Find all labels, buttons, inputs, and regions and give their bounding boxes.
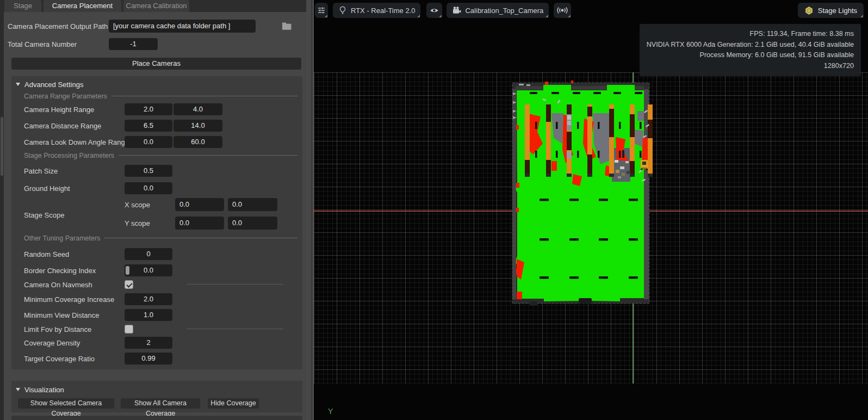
process-memory-line: Process Memory: 6.0 GiB used, 91.5 GiB a…	[647, 50, 854, 61]
group-rule	[111, 96, 297, 96]
camera-height-max-field[interactable]: 4.0	[173, 103, 222, 115]
tab-label: Camera Calibration	[126, 2, 187, 10]
stage-coverage-map	[510, 79, 654, 307]
renderer-selector-button[interactable]: RTX - Real-Time 2.0	[333, 3, 420, 18]
limit-fov-label: Limit Fov by Distance	[24, 325, 91, 333]
target-coverage-ratio-label: Target Coverage Ratio	[24, 355, 95, 363]
output-path-value: [your camera cache data folder path ]	[113, 22, 230, 30]
stage-lights-label: Stage Lights	[818, 7, 857, 15]
tab-camera-placement[interactable]: Camera Placement	[44, 0, 121, 12]
viewport-canvas[interactable]: RTX - Real-Time 2.0 Calibration_Top_Came…	[314, 0, 868, 420]
camera-on-navmesh-checkbox[interactable]	[125, 280, 133, 289]
dropdown-corner	[417, 15, 420, 17]
dropdown-corner	[860, 15, 863, 17]
button-label: Place Cameras	[132, 59, 181, 67]
gpu-memory-line: NVIDIA RTX 6000 Ada Generation: 2.1 GiB …	[647, 40, 854, 51]
show-all-coverage-button[interactable]: Show All Camera Coverage	[121, 398, 200, 409]
group-rule	[119, 155, 297, 156]
output-path-label: Camera Placement Output Path	[8, 22, 108, 30]
coverage-density-field[interactable]: 2	[125, 337, 172, 349]
camera-on-navmesh-label: Camera On Navmesh	[24, 281, 92, 289]
viewport-settings-button[interactable]	[315, 3, 328, 18]
forklift	[641, 160, 648, 170]
camera-placement-panel: Stage Camera Placement Camera Calibratio…	[4, 0, 306, 420]
hide-coverage-button[interactable]: Hide Coverage	[208, 398, 259, 409]
patch-size-field[interactable]: 0.5	[125, 165, 172, 177]
advanced-settings-header[interactable]: Advanced Settings	[16, 80, 83, 89]
stage-lights-icon	[804, 6, 814, 15]
tab-stage[interactable]: Stage	[4, 0, 41, 12]
slider-handle[interactable]	[126, 266, 129, 275]
axis-gizmo-y-label: Y	[328, 407, 333, 416]
border-checking-field[interactable]: 0.0	[125, 264, 172, 276]
output-path-input[interactable]: [your camera cache data folder path ]	[109, 20, 256, 33]
field-value: 0.0	[232, 219, 242, 227]
look-down-min-field[interactable]: 0.0	[125, 136, 172, 148]
field-value: 0.5	[144, 166, 153, 175]
patch-size-label: Patch Size	[24, 167, 58, 175]
stage-scope-label: Stage Scope	[24, 211, 64, 219]
window-left-edge	[0, 0, 4, 420]
field-value: 60.0	[191, 138, 204, 146]
panel-splitter[interactable]	[306, 0, 314, 420]
camera-height-range-label: Camera Height Range	[24, 106, 94, 114]
look-down-max-field[interactable]: 60.0	[173, 136, 222, 148]
camera-look-down-label: Camera Look Down Angle Range	[24, 138, 129, 146]
advanced-settings-section: Advanced Settings Camera Range Parameter…	[11, 76, 302, 369]
x-scope-min-field[interactable]: 0.0	[175, 198, 224, 211]
eye-icon	[430, 6, 439, 15]
show-selected-coverage-button[interactable]: Show Selected Camera Coverage	[18, 398, 114, 409]
ground-height-field[interactable]: 0.0	[125, 182, 172, 194]
visualization-section: Visualization Show Selected Camera Cover…	[11, 381, 302, 412]
total-camera-input[interactable]: -1	[109, 38, 158, 50]
field-value: 0.0	[179, 200, 189, 208]
min-coverage-increase-field[interactable]: 2.0	[125, 293, 172, 305]
camera-range-group-header: Camera Range Parameters	[24, 92, 297, 100]
min-view-distance-field[interactable]: 1.0	[125, 309, 172, 321]
border-checking-label: Border Checking Index	[24, 267, 96, 275]
place-cameras-button[interactable]: Place Cameras	[11, 58, 301, 70]
y-scope-max-field[interactable]: 0.0	[228, 217, 277, 230]
camera-distance-min-field[interactable]: 6.5	[125, 120, 172, 132]
other-tuning-group-header: Other Tuning Parameters	[24, 234, 297, 242]
row-divider	[187, 284, 283, 285]
section-title: Advanced Settings	[24, 81, 83, 89]
x-scope-max-field[interactable]: 0.0	[228, 198, 277, 211]
dropdown-corner	[568, 15, 571, 17]
settings-sliders-icon	[317, 6, 326, 15]
lightbulb-icon	[338, 6, 347, 15]
field-value: 2	[146, 338, 150, 347]
limit-fov-checkbox[interactable]	[125, 325, 133, 333]
collapse-triangle-icon	[16, 388, 20, 391]
button-label: Show Selected Camera Coverage	[30, 399, 102, 417]
stage-lights-button[interactable]: Stage Lights	[798, 3, 864, 18]
panel-scrollbar-thumb[interactable]	[1, 117, 3, 176]
y-scope-min-field[interactable]: 0.0	[175, 217, 224, 230]
dropdown-corner	[545, 15, 548, 17]
field-value: 1.0	[144, 311, 153, 319]
random-seed-field[interactable]: 0	[125, 248, 172, 260]
camera-distance-range-label: Camera Distance Range	[24, 122, 101, 130]
button-label: Show All Camera Coverage	[134, 399, 187, 417]
folder-icon[interactable]	[282, 21, 292, 30]
collapse-triangle-icon	[16, 83, 20, 86]
camera-height-min-field[interactable]: 2.0	[125, 103, 172, 115]
x-scope-label: X scope	[125, 201, 150, 209]
application-window: Stage Camera Placement Camera Calibratio…	[0, 0, 868, 420]
target-coverage-ratio-field[interactable]: 0.99	[125, 353, 172, 365]
camera-selector-button[interactable]: Calibration_Top_Camera	[447, 3, 549, 18]
stage-processing-group-header: Stage Processing Parameters	[24, 151, 297, 159]
min-view-distance-label: Minimum View Distance	[24, 311, 99, 319]
field-value: 0.99	[141, 354, 155, 362]
button-label: Hide Coverage	[210, 399, 256, 407]
tab-bar: Stage Camera Placement Camera Calibratio…	[4, 0, 306, 12]
camera-distance-max-field[interactable]: 14.0	[173, 120, 222, 132]
performance-stats-overlay: FPS: 119.34, Frame time: 8.38 ms NVIDIA …	[640, 24, 861, 76]
total-camera-value: -1	[130, 40, 137, 48]
live-sync-button[interactable]	[554, 3, 571, 18]
visibility-button[interactable]	[426, 3, 442, 18]
field-value: 6.5	[144, 121, 153, 129]
visualization-header[interactable]: Visualization	[16, 385, 64, 394]
tab-camera-calibration[interactable]: Camera Calibration	[123, 0, 189, 12]
min-coverage-increase-label: Minimum Coverage Increase	[24, 295, 114, 304]
